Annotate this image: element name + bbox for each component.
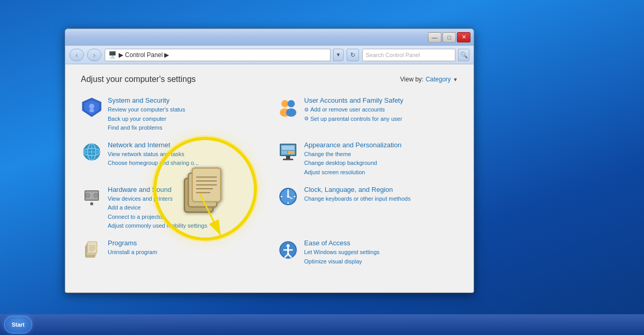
address-dropdown-button[interactable]: ▼	[333, 49, 344, 61]
nav-back-button[interactable]: ‹	[69, 49, 84, 61]
appearance-title[interactable]: Appearance and Personalization	[304, 141, 458, 149]
system-security-links: Review your computer's status Back up yo…	[108, 105, 262, 133]
nav-forward-button[interactable]: ›	[87, 49, 102, 61]
appearance-links: Change the theme Change desktop backgrou…	[304, 150, 458, 177]
view-by-dropdown-icon[interactable]: ▼	[453, 77, 458, 82]
refresh-button[interactable]: ↻	[347, 49, 359, 61]
ease-access-text: Ease of Access Let Windows suggest setti…	[304, 239, 458, 266]
maximize-button[interactable]: □	[442, 32, 456, 43]
appearance-icon	[277, 141, 299, 163]
address-breadcrumb: ▶ Control Panel ▶	[119, 51, 169, 59]
clock-language-text: Clock, Language, and Region Change keybo…	[304, 186, 458, 204]
svg-point-7	[286, 108, 296, 117]
hardware-sound-links: View devices and printers Add a device C…	[108, 194, 262, 231]
main-content: Adjust your computer's settings View by:…	[65, 64, 474, 292]
ease-access-icon	[277, 239, 299, 261]
ease-access-title[interactable]: Ease of Access	[304, 239, 458, 247]
category-ease-access[interactable]: Ease of Access Let Windows suggest setti…	[277, 237, 458, 268]
system-link-1[interactable]: Review your computer's status	[108, 105, 262, 115]
user-accounts-icon	[277, 96, 299, 118]
clock-language-links: Change keyboards or other input methods	[304, 194, 458, 204]
system-security-text: System and Security Review your computer…	[108, 96, 262, 133]
hardware-link-3[interactable]: Connect to a projector	[108, 213, 262, 222]
hardware-sound-text: Hardware and Sound View devices and prin…	[108, 186, 262, 231]
minimize-button[interactable]: —	[428, 32, 441, 43]
programs-links: Uninstall a program	[108, 248, 262, 257]
ease-access-links: Let Windows suggest settings Optimize vi…	[304, 248, 458, 266]
user-accounts-text: User Accounts and Family Safety ⚙ Add or…	[304, 96, 458, 123]
system-security-title[interactable]: System and Security	[108, 96, 262, 104]
clock-link-1[interactable]: Change keyboards or other input methods	[304, 194, 458, 204]
svg-rect-19	[283, 159, 293, 160]
category-programs[interactable]: Programs Uninstall a program	[81, 237, 262, 268]
category-user-accounts[interactable]: User Accounts and Family Safety ⚙ Add or…	[277, 94, 458, 135]
svg-rect-3	[90, 109, 94, 112]
hardware-link-4[interactable]: Adjust commonly used mobility settings	[108, 221, 262, 231]
category-network-internet[interactable]: Network and Internet View network status…	[81, 139, 262, 179]
svg-point-23	[85, 193, 90, 198]
search-button[interactable]: 🔍	[458, 49, 469, 61]
network-link-2[interactable]: Choose homegroup and sharing o...	[108, 159, 262, 168]
address-bar: ‹ › 🖥️ ▶ Control Panel ▶ ▼ ↻ Search Cont…	[65, 46, 474, 64]
search-placeholder: Search Control Panel	[366, 52, 420, 58]
svg-rect-16	[282, 151, 287, 154]
svg-point-42	[287, 244, 290, 247]
ease-link-1[interactable]: Let Windows suggest settings	[304, 248, 458, 257]
user-link-2[interactable]: ⚙ Set up parental controls for any user	[304, 115, 458, 124]
programs-link-1[interactable]: Uninstall a program	[108, 248, 262, 257]
page-title: Adjust your computer's settings	[81, 75, 196, 84]
svg-point-6	[288, 100, 295, 107]
appearance-link-1[interactable]: Change the theme	[304, 150, 458, 159]
hardware-link-1[interactable]: View devices and printers	[108, 194, 262, 204]
system-link-2[interactable]: Back up your computer	[108, 115, 262, 124]
appearance-link-3[interactable]: Adjust screen resolution	[304, 168, 458, 177]
appearance-link-2[interactable]: Change desktop background	[304, 159, 458, 168]
network-internet-text: Network and Internet View network status…	[108, 141, 262, 168]
svg-point-4	[281, 100, 289, 107]
network-link-1[interactable]: View network status and tasks	[108, 150, 262, 159]
search-box[interactable]: Search Control Panel	[362, 49, 455, 61]
system-link-3[interactable]: Find and fix problems	[108, 123, 262, 133]
system-security-icon	[81, 96, 103, 118]
view-by-container: View by: Category ▼	[400, 76, 458, 83]
svg-point-24	[94, 193, 98, 198]
network-internet-links: View network status and tasks Choose hom…	[108, 150, 262, 168]
programs-title[interactable]: Programs	[108, 239, 262, 247]
view-by-value[interactable]: Category	[425, 76, 451, 83]
view-by-label: View by:	[400, 76, 423, 83]
svg-point-2	[89, 104, 94, 109]
appearance-text: Appearance and Personalization Change th…	[304, 141, 458, 177]
hardware-sound-icon	[81, 186, 103, 207]
programs-text: Programs Uninstall a program	[108, 239, 262, 257]
start-label: Start	[11, 322, 24, 328]
svg-rect-17	[288, 151, 294, 154]
category-appearance[interactable]: Appearance and Personalization Change th…	[277, 139, 458, 179]
address-path-icon: 🖥️	[108, 51, 117, 59]
clock-language-title[interactable]: Clock, Language, and Region	[304, 186, 458, 193]
address-field[interactable]: 🖥️ ▶ Control Panel ▶	[105, 49, 331, 61]
categories-grid: System and Security Review your computer…	[81, 94, 458, 268]
category-clock-language[interactable]: Clock, Language, and Region Change keybo…	[277, 184, 458, 233]
clock-language-icon	[277, 186, 299, 207]
ease-link-2[interactable]: Optimize visual display	[304, 257, 458, 267]
hardware-link-2[interactable]: Add a device	[108, 203, 262, 213]
control-panel-window: — □ ✕ ‹ › 🖥️ ▶ Control Panel ▶ ▼ ↻	[65, 29, 474, 293]
hardware-sound-title[interactable]: Hardware and Sound	[108, 186, 262, 193]
desktop: — □ ✕ ‹ › 🖥️ ▶ Control Panel ▶ ▼ ↻	[0, 0, 644, 335]
title-bar: — □ ✕	[65, 29, 474, 46]
user-link-1[interactable]: ⚙ Add or remove user accounts	[304, 105, 458, 115]
close-button[interactable]: ✕	[457, 32, 470, 43]
programs-icon	[81, 239, 103, 261]
category-system-security[interactable]: System and Security Review your computer…	[81, 94, 262, 135]
svg-rect-18	[286, 156, 290, 159]
svg-point-22	[90, 202, 93, 205]
taskbar: Start	[0, 314, 644, 335]
user-accounts-links: ⚙ Add or remove user accounts ⚙ Set up p…	[304, 105, 458, 123]
content-header: Adjust your computer's settings View by:…	[81, 75, 458, 84]
svg-point-29	[287, 196, 289, 198]
network-internet-icon	[81, 141, 103, 163]
start-button[interactable]: Start	[4, 316, 32, 333]
category-hardware-sound[interactable]: Hardware and Sound View devices and prin…	[81, 184, 262, 233]
network-internet-title[interactable]: Network and Internet	[108, 141, 262, 149]
user-accounts-title[interactable]: User Accounts and Family Safety	[304, 96, 458, 104]
